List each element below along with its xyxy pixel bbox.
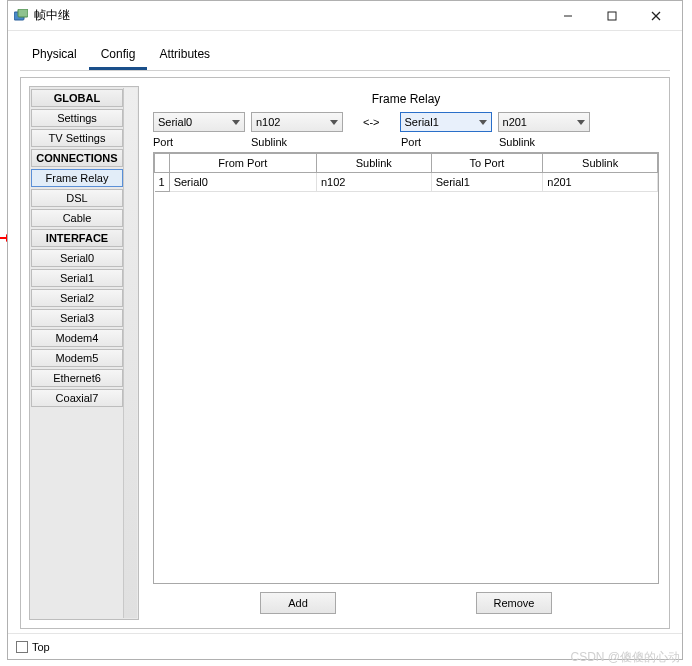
sidebar-header-global: GLOBAL	[31, 89, 123, 107]
sidebar-item-coaxial7[interactable]: Coaxial7	[31, 389, 123, 407]
annotation-arrow	[0, 237, 7, 239]
sidebar-item-modem4[interactable]: Modem4	[31, 329, 123, 347]
col-sublink1[interactable]: Sublink	[316, 154, 431, 173]
tab-attributes[interactable]: Attributes	[147, 41, 222, 70]
sidebar-item-serial0[interactable]: Serial0	[31, 249, 123, 267]
sidebar: GLOBAL Settings TV Settings CONNECTIONS …	[29, 86, 139, 620]
sidebar-item-ethernet6[interactable]: Ethernet6	[31, 369, 123, 387]
sidebar-item-frame-relay[interactable]: Frame Relay	[31, 169, 123, 187]
col-rownum	[155, 154, 170, 173]
panel-title: Frame Relay	[153, 88, 659, 112]
svg-rect-3	[608, 12, 616, 20]
tab-config[interactable]: Config	[89, 41, 148, 70]
svg-rect-1	[18, 9, 28, 17]
to-port-select[interactable]: Serial1	[400, 112, 492, 132]
sidebar-scrollbar[interactable]	[123, 88, 137, 618]
top-checkbox[interactable]	[16, 641, 28, 653]
label-sublink-right: Sublink	[499, 136, 597, 148]
sidebar-item-modem5[interactable]: Modem5	[31, 349, 123, 367]
tab-physical[interactable]: Physical	[20, 41, 89, 70]
window-title: 帧中继	[34, 7, 546, 24]
sidebar-item-cable[interactable]: Cable	[31, 209, 123, 227]
sidebar-item-dsl[interactable]: DSL	[31, 189, 123, 207]
col-to-port[interactable]: To Port	[431, 154, 543, 173]
tab-bar: Physical Config Attributes	[20, 41, 670, 71]
sidebar-item-settings[interactable]: Settings	[31, 109, 123, 127]
from-port-select[interactable]: Serial0	[153, 112, 245, 132]
label-port-left: Port	[153, 136, 251, 148]
bidir-label: <->	[349, 116, 394, 128]
to-sublink-select[interactable]: n201	[498, 112, 590, 132]
app-window: 帧中继 Physical Config Attributes GLOBAL Se…	[7, 0, 683, 660]
sidebar-item-serial1[interactable]: Serial1	[31, 269, 123, 287]
col-from-port[interactable]: From Port	[169, 154, 316, 173]
top-label: Top	[32, 641, 50, 653]
minimize-button[interactable]	[546, 2, 590, 30]
footer: Top	[8, 633, 682, 659]
sidebar-item-serial2[interactable]: Serial2	[31, 289, 123, 307]
app-icon	[14, 9, 28, 23]
mapping-table: From Port Sublink To Port Sublink 1 Seri…	[153, 152, 659, 584]
add-button[interactable]: Add	[260, 592, 336, 614]
label-sublink-left: Sublink	[251, 136, 349, 148]
from-sublink-select[interactable]: n102	[251, 112, 343, 132]
sidebar-item-tv-settings[interactable]: TV Settings	[31, 129, 123, 147]
titlebar: 帧中继	[8, 1, 682, 31]
maximize-button[interactable]	[590, 2, 634, 30]
label-port-right: Port	[401, 136, 499, 148]
sidebar-header-connections: CONNECTIONS	[31, 149, 123, 167]
close-button[interactable]	[634, 2, 678, 30]
sidebar-item-serial3[interactable]: Serial3	[31, 309, 123, 327]
table-row[interactable]: 1 Serial0 n102 Serial1 n201	[155, 173, 658, 192]
col-sublink2[interactable]: Sublink	[543, 154, 658, 173]
remove-button[interactable]: Remove	[476, 592, 552, 614]
sidebar-header-interface: INTERFACE	[31, 229, 123, 247]
